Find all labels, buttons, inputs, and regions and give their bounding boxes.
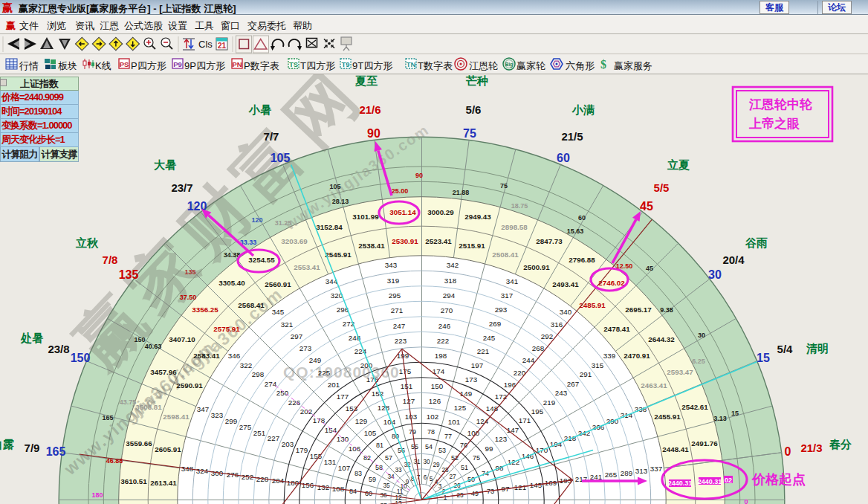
svg-text:81: 81 xyxy=(376,442,383,449)
svg-text:131: 131 xyxy=(324,458,336,466)
svg-text:2470.91: 2470.91 xyxy=(624,352,650,360)
svg-text:3610.51: 3610.51 xyxy=(120,477,147,485)
svg-text:99: 99 xyxy=(485,445,493,453)
svg-text:75: 75 xyxy=(473,454,480,462)
svg-text:夏至: 夏至 xyxy=(354,74,378,87)
svg-text:2560.91: 2560.91 xyxy=(265,280,291,288)
svg-text:7/7: 7/7 xyxy=(264,130,279,143)
svg-text:247: 247 xyxy=(393,322,405,330)
svg-text:106: 106 xyxy=(349,445,361,453)
svg-text:2545.91: 2545.91 xyxy=(325,251,352,259)
svg-text:246: 246 xyxy=(438,322,451,330)
svg-text:150: 150 xyxy=(71,352,91,364)
svg-text:29: 29 xyxy=(433,461,440,468)
svg-text:3559.66: 3559.66 xyxy=(126,439,152,448)
svg-text:23/8: 23/8 xyxy=(48,343,69,355)
svg-text:203: 203 xyxy=(282,440,294,448)
svg-text:59: 59 xyxy=(369,476,376,483)
svg-text:75: 75 xyxy=(463,127,476,140)
svg-text:299: 299 xyxy=(225,417,237,425)
svg-text:165: 165 xyxy=(102,414,113,421)
svg-text:298: 298 xyxy=(252,370,265,378)
svg-text:135: 135 xyxy=(119,268,139,281)
svg-text:21/3: 21/3 xyxy=(800,442,822,454)
svg-text:21/5: 21/5 xyxy=(561,130,583,143)
svg-text:35: 35 xyxy=(383,482,390,489)
svg-text:292: 292 xyxy=(541,332,553,340)
svg-text:0: 0 xyxy=(785,445,791,458)
svg-text:3457.96: 3457.96 xyxy=(150,368,177,376)
svg-text:297: 297 xyxy=(291,332,302,340)
svg-text:83: 83 xyxy=(354,470,362,477)
svg-text:318: 318 xyxy=(444,277,457,285)
svg-text:165: 165 xyxy=(46,445,66,458)
svg-text:154: 154 xyxy=(325,426,337,434)
svg-text:T9: T9 xyxy=(341,60,349,68)
svg-text:2590.91: 2590.91 xyxy=(176,381,203,390)
svg-text:TN: TN xyxy=(407,60,416,68)
svg-text:15: 15 xyxy=(757,352,770,364)
svg-text:P9: P9 xyxy=(173,60,182,68)
svg-text:101: 101 xyxy=(448,418,460,426)
svg-text:2949.43: 2949.43 xyxy=(464,213,491,221)
svg-text:2575.91: 2575.91 xyxy=(213,325,240,333)
svg-text:149: 149 xyxy=(460,390,472,398)
svg-text:271: 271 xyxy=(391,306,403,314)
svg-text:谷雨: 谷雨 xyxy=(745,236,768,249)
svg-text:78: 78 xyxy=(427,428,435,436)
svg-text:90: 90 xyxy=(367,127,380,140)
svg-text:0: 0 xyxy=(744,498,748,504)
svg-text:60: 60 xyxy=(557,152,570,164)
svg-text:90: 90 xyxy=(415,172,423,179)
svg-text:Cls: Cls xyxy=(198,39,213,50)
svg-text:105: 105 xyxy=(329,183,340,190)
svg-text:2568.41: 2568.41 xyxy=(238,301,265,309)
svg-text:343: 343 xyxy=(385,261,398,269)
svg-text:289: 289 xyxy=(621,469,632,477)
svg-text:275: 275 xyxy=(239,423,252,431)
svg-text:3407.10: 3407.10 xyxy=(169,335,195,343)
svg-text:251: 251 xyxy=(253,429,265,437)
svg-text:小满: 小满 xyxy=(571,103,595,116)
svg-text:125: 125 xyxy=(454,404,467,412)
svg-text:342: 342 xyxy=(447,261,459,269)
svg-text:5/6: 5/6 xyxy=(466,103,482,116)
svg-text:345: 345 xyxy=(272,308,285,316)
svg-text:18.75: 18.75 xyxy=(511,202,528,210)
svg-text:TS: TS xyxy=(289,60,298,68)
svg-text:100: 100 xyxy=(467,429,480,437)
svg-text:346: 346 xyxy=(228,352,241,360)
svg-text:40.63: 40.63 xyxy=(145,343,162,350)
svg-text:2440.31: 2440.31 xyxy=(698,478,722,485)
svg-text:245: 245 xyxy=(483,334,496,342)
svg-text:3152.84: 3152.84 xyxy=(316,223,343,231)
svg-text:60: 60 xyxy=(578,214,586,222)
svg-text:3: 3 xyxy=(438,482,442,490)
svg-text:15.63: 15.63 xyxy=(567,227,584,235)
svg-text:白露: 白露 xyxy=(0,438,14,450)
svg-text:51: 51 xyxy=(461,464,468,471)
svg-text:341: 341 xyxy=(506,277,518,285)
svg-text:120: 120 xyxy=(251,216,262,224)
svg-text:33: 33 xyxy=(395,466,402,474)
svg-text:128: 128 xyxy=(378,404,390,412)
svg-text:3203.69: 3203.69 xyxy=(281,237,308,245)
svg-text:339: 339 xyxy=(603,352,615,360)
svg-text:323: 323 xyxy=(211,411,224,419)
svg-text:2796.88: 2796.88 xyxy=(569,256,595,264)
svg-text:293: 293 xyxy=(495,306,508,314)
svg-text:315: 315 xyxy=(592,361,604,369)
svg-text:3356.25: 3356.25 xyxy=(192,306,218,314)
svg-text:价格起点: 价格起点 xyxy=(751,472,806,487)
svg-text:54: 54 xyxy=(425,443,433,450)
svg-text:2898.58: 2898.58 xyxy=(501,223,528,231)
svg-text:21.88: 21.88 xyxy=(453,189,470,196)
svg-text:244: 244 xyxy=(522,356,535,364)
svg-text:226: 226 xyxy=(288,398,301,407)
svg-text:3051.14: 3051.14 xyxy=(389,208,416,216)
svg-text:173: 173 xyxy=(465,375,478,384)
svg-text:147: 147 xyxy=(507,426,519,434)
svg-text:立秋: 立秋 xyxy=(75,236,99,249)
svg-text:30: 30 xyxy=(423,458,430,465)
svg-text:102: 102 xyxy=(427,413,438,421)
